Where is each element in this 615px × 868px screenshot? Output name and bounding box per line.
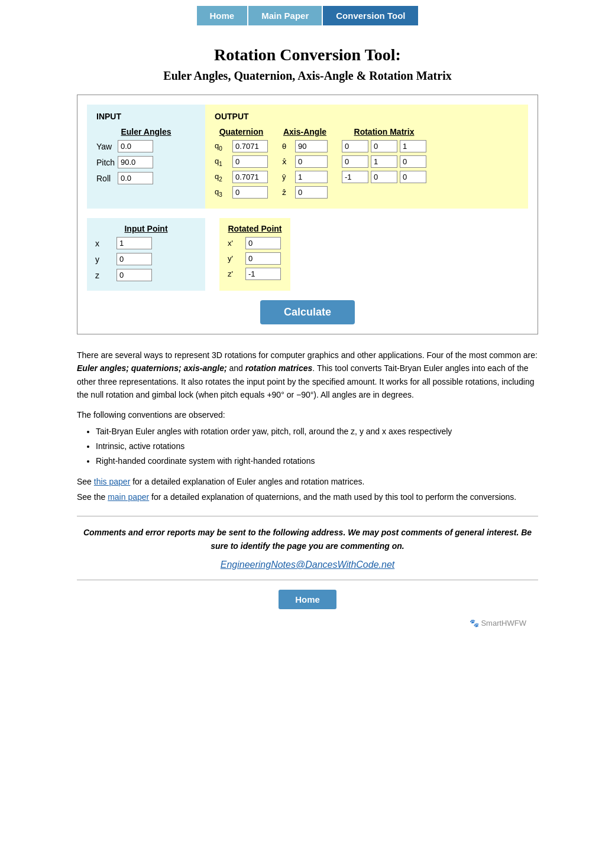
euler-angles-title: Euler Angles xyxy=(96,127,196,136)
yhat-row: ŷ xyxy=(282,171,328,183)
m10-input[interactable] xyxy=(342,155,368,168)
xhat-input[interactable] xyxy=(295,155,328,168)
theta-row: θ xyxy=(282,140,328,152)
pitch-row: Pitch xyxy=(96,156,196,168)
bullet-item-1: Tait-Bryan Euler angles with rotation or… xyxy=(96,424,538,439)
x-row: x xyxy=(95,237,197,249)
pitch-label: Pitch xyxy=(96,158,118,167)
rotated-point-section: Rotated Point x' y' z' xyxy=(219,218,290,291)
conversion-tool-nav-button[interactable]: Conversion Tool xyxy=(323,6,418,25)
navigation-bar: Home Main Paper Conversion Tool xyxy=(0,0,615,35)
input-label: INPUT xyxy=(96,112,196,121)
this-paper-link[interactable]: this paper xyxy=(94,477,130,486)
bullet-item-3: Right-handed coordinate system with righ… xyxy=(96,454,538,469)
m21-input[interactable] xyxy=(371,171,397,183)
theta-input[interactable] xyxy=(295,140,328,152)
output-label: OUTPUT xyxy=(215,112,519,121)
output-inner: Quaternion q0 q1 q2 xyxy=(215,127,519,201)
x-input[interactable] xyxy=(116,237,152,249)
xp-row: x' xyxy=(228,237,282,249)
m01-input[interactable] xyxy=(371,140,397,152)
q3-row: q3 xyxy=(215,186,268,199)
rotation-matrix-column: Rotation Matrix xyxy=(342,127,426,201)
axis-angle-title: Axis-Angle xyxy=(282,127,328,136)
conventions-label: The following conventions are observed: xyxy=(77,410,538,420)
see-paper-paragraph: See this paper for a detailed explanatio… xyxy=(77,477,538,486)
axis-angle-column: Axis-Angle θ x̂ ŷ xyxy=(282,127,328,201)
yaw-row: Yaw xyxy=(96,140,196,152)
yaw-label: Yaw xyxy=(96,142,118,151)
email-link[interactable]: EngineeringNotes@DancesWithCode.net xyxy=(221,560,394,570)
m02-input[interactable] xyxy=(400,140,426,152)
q2-label: q2 xyxy=(215,172,232,183)
zp-input[interactable] xyxy=(245,268,281,280)
m11-input[interactable] xyxy=(371,155,397,168)
main-paper-nav-button[interactable]: Main Paper xyxy=(248,6,322,25)
zhat-input[interactable] xyxy=(295,186,328,199)
y-label: y xyxy=(95,255,116,264)
q1-input[interactable] xyxy=(232,155,268,168)
roll-label: Roll xyxy=(96,174,118,183)
zhat-row: ẑ xyxy=(282,186,328,199)
theta-label: θ xyxy=(282,142,295,151)
q2-input[interactable] xyxy=(232,171,268,183)
zhat-label: ẑ xyxy=(282,188,295,197)
yhat-label: ŷ xyxy=(282,173,295,181)
home-bottom-button[interactable]: Home xyxy=(279,590,336,609)
y-row: y xyxy=(95,253,197,265)
quaternion-column: Quaternion q0 q1 q2 xyxy=(215,127,268,201)
description-paragraph1: There are several ways to represent 3D r… xyxy=(77,349,538,402)
home-nav-button[interactable]: Home xyxy=(197,6,248,25)
q1-label: q1 xyxy=(215,157,232,167)
rotation-matrix-title: Rotation Matrix xyxy=(342,127,426,136)
roll-row: Roll xyxy=(96,172,196,184)
page-title: Rotation Conversion Tool: xyxy=(77,45,538,64)
q3-input[interactable] xyxy=(232,186,268,199)
page-subtitle: Euler Angles, Quaternion, Axis-Angle & R… xyxy=(77,69,538,83)
xp-input[interactable] xyxy=(245,237,281,249)
m20-input[interactable] xyxy=(342,171,368,183)
main-paper-link[interactable]: main paper xyxy=(108,492,149,502)
yp-input[interactable] xyxy=(245,252,281,265)
y-input[interactable] xyxy=(116,253,152,265)
input-point-section: Input Point x y z xyxy=(87,218,205,291)
matrix-row-2 xyxy=(342,171,426,183)
z-label: z xyxy=(95,271,116,280)
watermark-icon: 🐾 xyxy=(470,619,479,628)
yp-label: y' xyxy=(228,254,245,263)
quaternion-title: Quaternion xyxy=(215,127,268,136)
z-row: z xyxy=(95,269,197,281)
rotated-point-title: Rotated Point xyxy=(228,224,282,233)
footer-comment: Comments and error reports may be sent t… xyxy=(77,526,538,552)
xhat-row: x̂ xyxy=(282,155,328,168)
output-section: OUTPUT Quaternion q0 q1 xyxy=(205,105,528,209)
q3-label: q3 xyxy=(215,187,232,198)
roll-input[interactable] xyxy=(118,172,153,184)
footer-divider-top xyxy=(77,516,538,516)
matrix-row-0 xyxy=(342,140,426,152)
z-input[interactable] xyxy=(116,269,152,281)
calculate-button[interactable]: Calculate xyxy=(260,300,355,324)
x-label: x xyxy=(95,239,116,248)
matrix-row-1 xyxy=(342,155,426,168)
q2-row: q2 xyxy=(215,171,268,183)
m00-input[interactable] xyxy=(342,140,368,152)
q0-input[interactable] xyxy=(232,140,268,152)
zp-label: z' xyxy=(228,269,245,278)
xp-label: x' xyxy=(228,239,245,248)
tool-sections: INPUT Euler Angles Yaw Pitch Roll OUTPUT xyxy=(87,105,528,209)
bottom-sections: Input Point x y z Rotated Point x' xyxy=(87,218,528,291)
calculate-row: Calculate xyxy=(87,300,528,324)
input-point-title: Input Point xyxy=(95,224,197,233)
watermark-text: SmartHWFW xyxy=(481,619,526,628)
yhat-input[interactable] xyxy=(295,171,328,183)
bullet-item-2: Intrinsic, active rotations xyxy=(96,439,538,454)
yp-row: y' xyxy=(228,252,282,265)
m12-input[interactable] xyxy=(400,155,426,168)
yaw-input[interactable] xyxy=(118,140,153,152)
m22-input[interactable] xyxy=(400,171,426,183)
pitch-input[interactable] xyxy=(118,156,153,168)
footer-email: EngineeringNotes@DancesWithCode.net xyxy=(77,560,538,570)
q0-label: q0 xyxy=(215,141,232,152)
q1-row: q1 xyxy=(215,155,268,168)
